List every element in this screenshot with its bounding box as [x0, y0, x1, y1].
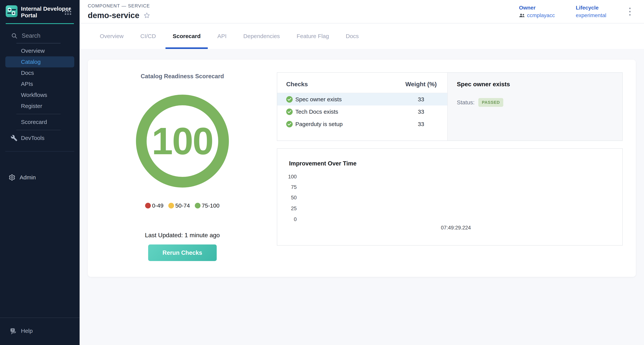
- tab-api[interactable]: API: [209, 24, 235, 49]
- people-icon: [519, 13, 525, 18]
- gear-icon: [8, 174, 16, 181]
- more-options-icon[interactable]: [627, 6, 632, 18]
- legend-dot-yellow: [168, 203, 174, 208]
- app-window: Internal Developer Portal Search Overvie…: [0, 0, 644, 345]
- gauge-section: Catalog Readiness Scorecard 100 0-49 50-…: [88, 60, 277, 277]
- scorecard-card: Catalog Readiness Scorecard 100 0-49 50-…: [88, 60, 636, 277]
- brand: Internal Developer Portal: [0, 0, 80, 20]
- score-legend: 0-49 50-74 75-100: [145, 202, 219, 209]
- legend-item-low: 0-49: [145, 202, 164, 209]
- search-underline: [16, 43, 60, 44]
- score-gauge: 100: [136, 95, 229, 188]
- check-passed-icon: [286, 96, 293, 102]
- sidebar-section-divider: [5, 151, 74, 152]
- legend-item-high: 75-100: [195, 202, 219, 209]
- entity-tabs: Overview CI/CD Scorecard API Dependencie…: [80, 24, 644, 49]
- sidebar-nav: Overview Catalog Docs APIs Workflows Reg…: [0, 45, 80, 144]
- lifecycle-meta: Lifecycle experimental: [576, 5, 606, 18]
- checks-table-header: Checks Weight (%): [277, 73, 447, 93]
- sidebar-item-docs[interactable]: Docs: [0, 68, 80, 78]
- improvement-chart: Improvement Over Time 100 75 50 25 0 07:…: [277, 148, 623, 246]
- checks-panels: Checks Weight (%) Spec owner exists: [277, 72, 623, 141]
- portal-logo-icon: [6, 5, 18, 17]
- favorite-star-icon[interactable]: [143, 12, 150, 19]
- legend-dot-red: [145, 203, 151, 208]
- checks-table: Checks Weight (%) Spec owner exists: [277, 73, 447, 140]
- svg-text:?: ?: [12, 328, 14, 332]
- rerun-checks-button[interactable]: Rerun Checks: [148, 244, 217, 261]
- y-axis-tick: 100: [277, 174, 297, 180]
- entity-header: COMPONENT — SERVICE demo-service Owner: [80, 0, 644, 24]
- tab-docs[interactable]: Docs: [338, 24, 367, 49]
- sidebar: Internal Developer Portal Search Overvie…: [0, 0, 80, 345]
- help-section: ? Help: [0, 318, 80, 345]
- sidebar-item-overview[interactable]: Overview: [0, 45, 80, 56]
- apps-grid-icon[interactable]: [65, 8, 71, 15]
- sidebar-item-apis[interactable]: APIs: [0, 78, 80, 90]
- check-passed-icon: [286, 121, 293, 128]
- owner-link[interactable]: ccmplayacc: [519, 12, 555, 18]
- content-area: Catalog Readiness Scorecard 100 0-49 50-…: [80, 49, 644, 345]
- check-detail-title: Spec owner exists: [457, 81, 615, 88]
- tab-dependencies[interactable]: Dependencies: [235, 24, 288, 49]
- check-row-tech-docs[interactable]: Tech Docs exists 33: [277, 106, 447, 118]
- checks-section: Checks Weight (%) Spec owner exists: [277, 60, 636, 277]
- nav-divider: [16, 114, 60, 114]
- sidebar-item-catalog[interactable]: Catalog: [5, 56, 74, 68]
- legend-item-mid: 50-74: [168, 202, 190, 209]
- y-axis-tick: 25: [277, 206, 297, 212]
- tab-overview[interactable]: Overview: [92, 24, 132, 49]
- owner-meta: Owner ccmplayacc: [519, 5, 555, 18]
- x-axis-tick: 07:49:29.224: [441, 225, 471, 231]
- nav-divider: [16, 130, 60, 130]
- lifecycle-label: Lifecycle: [576, 5, 606, 11]
- brand-title: Internal Developer Portal: [21, 5, 71, 19]
- sidebar-item-scorecard[interactable]: Scorecard: [0, 116, 80, 128]
- y-axis-tick: 50: [277, 195, 297, 201]
- lifecycle-value[interactable]: experimental: [576, 12, 606, 18]
- search-icon: [11, 32, 18, 39]
- sidebar-item-admin[interactable]: Admin: [0, 174, 80, 181]
- check-row-spec-owner[interactable]: Spec owner exists 33: [277, 93, 447, 106]
- gauge-title: Catalog Readiness Scorecard: [141, 73, 224, 80]
- check-passed-icon: [286, 108, 293, 115]
- check-row-pagerduty[interactable]: Pagerduty is setup 33: [277, 118, 447, 130]
- checks-column-header: Checks: [286, 81, 403, 88]
- status-badge: PASSED: [478, 98, 503, 107]
- breadcrumb: COMPONENT — SERVICE: [88, 3, 150, 8]
- sidebar-item-workflows[interactable]: Workflows: [0, 90, 80, 100]
- chart-title: Improvement Over Time: [289, 160, 356, 167]
- search-input[interactable]: Search: [22, 32, 40, 39]
- owner-label: Owner: [519, 5, 555, 11]
- tab-cicd[interactable]: CI/CD: [132, 24, 164, 49]
- weight-column-header: Weight (%): [403, 81, 439, 88]
- last-updated-text: Last Updated: 1 minute ago: [145, 232, 220, 239]
- y-axis-tick: 0: [277, 216, 297, 222]
- sidebar-item-help[interactable]: ? Help: [0, 328, 80, 334]
- sidebar-item-devtools[interactable]: DevTools: [0, 132, 80, 144]
- brand-divider: [6, 23, 74, 24]
- main-area: COMPONENT — SERVICE demo-service Owner: [80, 0, 644, 345]
- tab-feature-flag[interactable]: Feature Flag: [288, 24, 338, 49]
- sidebar-search[interactable]: Search: [0, 32, 80, 44]
- sidebar-item-register[interactable]: Register: [0, 100, 80, 112]
- tab-scorecard[interactable]: Scorecard: [164, 24, 209, 49]
- y-axis-tick: 75: [277, 184, 297, 190]
- page-title: demo-service: [88, 11, 140, 20]
- check-detail-panel: Spec owner exists Status: PASSED: [447, 73, 622, 140]
- status-label: Status:: [457, 99, 474, 106]
- legend-dot-green: [195, 203, 200, 208]
- help-chat-icon: ?: [10, 328, 17, 334]
- score-value: 100: [152, 119, 213, 163]
- wrench-icon: [11, 134, 18, 142]
